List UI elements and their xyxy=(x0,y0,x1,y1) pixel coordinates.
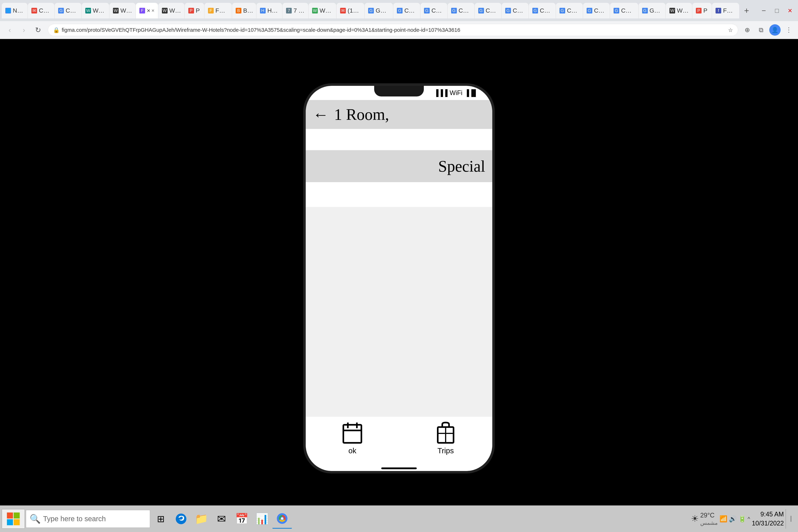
tab-found[interactable]: FFoun xyxy=(205,3,232,18)
back-button[interactable]: ‹ xyxy=(3,24,16,36)
tab-google2[interactable]: GGoog xyxy=(365,3,393,18)
home-indicator xyxy=(306,466,492,471)
reload-button[interactable]: ↻ xyxy=(32,24,44,36)
tab-favicon-google2: G xyxy=(368,8,374,14)
tab-new[interactable]: 🌐New xyxy=(2,3,27,18)
tab-close-figma[interactable]: × xyxy=(151,8,154,14)
taskbar-app-chrome[interactable] xyxy=(272,509,292,529)
tab-weekly[interactable]: WWeel xyxy=(82,3,109,18)
minimize-button[interactable]: − xyxy=(758,4,770,17)
start-button[interactable] xyxy=(2,509,25,529)
tab-pintrest[interactable]: PPi xyxy=(185,3,204,18)
tab-label-google2: Goog xyxy=(376,7,390,14)
nav-item-trips[interactable]: Trips xyxy=(399,420,492,455)
taskbar-app-task-view[interactable]: ⊞ xyxy=(151,509,171,529)
tab-favicon-figma: F xyxy=(139,8,145,14)
tab-favicon-found: F xyxy=(208,8,214,14)
tab-label-cour9: Cond xyxy=(621,7,634,14)
taskbar-app-edge[interactable] xyxy=(171,509,191,529)
tab-what[interactable]: WWhat xyxy=(308,3,336,18)
tab-cour3[interactable]: GCour xyxy=(448,3,474,18)
special-label: Special xyxy=(438,157,485,175)
taskbar-app-excel[interactable]: 📊 xyxy=(252,509,272,529)
tab-figma[interactable]: F×× xyxy=(136,3,158,18)
tab-label-pi2: Pi xyxy=(703,7,708,14)
back-arrow-button[interactable]: ← xyxy=(313,107,329,122)
nav-item-book[interactable]: ok xyxy=(306,420,399,455)
tab-gmail[interactable]: ✉Com xyxy=(28,3,54,18)
taskbar-app-calendar[interactable]: 📅 xyxy=(232,509,251,529)
tab-favicon-group: G xyxy=(642,8,648,14)
app-header: ← 1 Room, xyxy=(306,100,492,129)
tab-label-seven: 7 Th xyxy=(293,7,305,14)
tab-pi2[interactable]: PPi xyxy=(692,3,711,18)
tab-label-cour7: Cour xyxy=(567,7,579,14)
taskbar-app-mail[interactable]: ✉ xyxy=(212,509,231,529)
search-placeholder: Type here to search xyxy=(43,515,106,523)
tab-wire1[interactable]: WWire xyxy=(109,3,135,18)
maximize-button[interactable]: □ xyxy=(771,4,783,17)
tab-label-weekly: Weel xyxy=(93,7,106,14)
tab-favicon-cour7: G xyxy=(559,8,565,14)
tab-seven[interactable]: 77 Th xyxy=(283,3,308,18)
tab-cour9[interactable]: GCond xyxy=(610,3,638,18)
tab-cour8[interactable]: GCour xyxy=(583,3,610,18)
tab-cour6[interactable]: GCour xyxy=(529,3,556,18)
phone-mockup: ▐▐▐ WiFi ▐▐▌ ← 1 Room, Special xyxy=(303,83,495,474)
book-icon xyxy=(341,420,364,445)
tab-favicon-how: H xyxy=(260,8,266,14)
tab-favicon-wire2: W xyxy=(162,8,168,14)
search-icon: 🔍 xyxy=(30,514,41,524)
tab-label-google1: Cour xyxy=(65,7,78,14)
tab-label-face: Face xyxy=(723,7,736,14)
taskbar-app-file-explorer[interactable]: 📁 xyxy=(191,509,211,529)
tab-favicon-google1: G xyxy=(58,8,64,14)
tab-cour2[interactable]: GCour xyxy=(420,3,447,18)
status-icons: ▐▐▐ WiFi ▐▐▌ xyxy=(434,89,478,97)
edge-icon xyxy=(175,513,187,525)
close-button[interactable]: × xyxy=(784,4,796,17)
tab-cour1[interactable]: GCour xyxy=(393,3,420,18)
tab-google1[interactable]: GCour xyxy=(55,3,81,18)
special-rates-section: Special xyxy=(306,150,492,182)
taskbar-apps: ⊞ 📁 ✉ 📅 📊 xyxy=(151,509,690,529)
tab-build[interactable]: BBuil xyxy=(232,3,256,18)
tab-cour7[interactable]: GCour xyxy=(556,3,583,18)
tab-favicon-cour9: G xyxy=(613,8,619,14)
menu-button[interactable]: ⋮ xyxy=(783,24,795,36)
svg-rect-7 xyxy=(7,513,13,518)
browser-chrome: 🌐New✉ComGCourWWeelWWireF××WWirePPiFFounB… xyxy=(0,0,798,39)
taskbar-right: ☀ 29°C مشمس 📶 🔊 🔋 ^ 9:45 AM 10/31/2022 ▕ xyxy=(691,509,796,529)
profile-button[interactable]: 👤 xyxy=(769,24,781,36)
tab-favicon-face: f xyxy=(716,8,721,14)
up-arrow-icon: ^ xyxy=(748,516,750,522)
lower-section: ok xyxy=(306,207,492,471)
cast-button[interactable]: ⊕ xyxy=(742,24,753,36)
address-bar[interactable]: 🔒 figma.com/proto/SVeGVEhQTFrpGHAGupAJeh… xyxy=(48,24,738,36)
tab-label-what: What xyxy=(320,7,333,14)
taskbar-search[interactable]: 🔍 Type here to search xyxy=(26,510,150,528)
tab-favicon-what: W xyxy=(312,8,318,14)
add-tab-button[interactable]: + xyxy=(740,3,754,18)
show-desktop-button[interactable]: ▕ xyxy=(785,509,793,529)
tab-group[interactable]: GGrou xyxy=(639,3,666,18)
extensions-button[interactable]: ⧉ xyxy=(756,24,767,36)
tab-how[interactable]: HHow xyxy=(256,3,282,18)
book-label: ok xyxy=(348,446,356,455)
tab-cour4[interactable]: GCour xyxy=(475,3,501,18)
white-space-2 xyxy=(306,182,492,207)
tab-wire3[interactable]: WWire xyxy=(666,3,692,18)
tab-gmail2[interactable]: ✉(147) xyxy=(337,3,364,18)
weather-area: ☀ 29°C مشمس xyxy=(691,511,718,527)
tab-face[interactable]: fFace xyxy=(712,3,739,18)
svg-rect-9 xyxy=(7,519,13,525)
tab-cour5[interactable]: GCour xyxy=(502,3,529,18)
forward-button[interactable]: › xyxy=(18,24,30,36)
tab-favicon-cour8: G xyxy=(587,8,592,14)
weather-condition: مشمس xyxy=(700,519,718,526)
tab-label-cour2: Cour xyxy=(432,7,444,14)
tab-wire2[interactable]: WWire xyxy=(158,3,185,18)
system-time: 9:45 AM xyxy=(760,510,784,519)
tab-favicon-cour4: G xyxy=(478,8,484,14)
svg-rect-8 xyxy=(14,513,20,518)
